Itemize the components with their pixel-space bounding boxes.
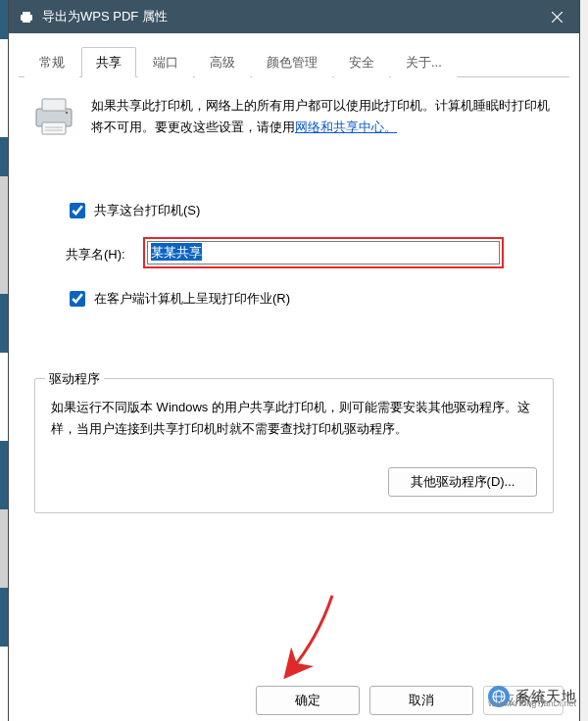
tab-sharing[interactable]: 共享 [81, 47, 136, 77]
close-button[interactable] [534, 0, 579, 33]
tab-about[interactable]: 关于... [391, 47, 457, 77]
tab-ports[interactable]: 端口 [138, 47, 193, 77]
tab-security[interactable]: 安全 [334, 47, 389, 77]
share-name-highlight-box: 某某共享 [143, 237, 504, 268]
watermark: 系统天地 www.XiTongTianDi.net [488, 686, 576, 707]
additional-drivers-button[interactable]: 其他驱动程序(D)... [388, 467, 537, 497]
sharing-description: 如果共享此打印机，网络上的所有用户都可以使用此打印机。计算机睡眠时打印机将不可用… [91, 95, 558, 138]
cancel-button[interactable]: 取消 [369, 686, 473, 715]
render-on-client-checkbox[interactable] [70, 291, 85, 307]
window-title: 导出为WPS PDF 属性 [42, 8, 168, 25]
watermark-url: www.XiTongTianDi.net [488, 698, 576, 708]
svg-rect-1 [23, 12, 30, 16]
svg-rect-2 [23, 19, 30, 23]
tab-advanced[interactable]: 高级 [195, 47, 250, 77]
svg-rect-6 [42, 99, 66, 111]
share-printer-label: 共享这台打印机(S) [94, 202, 200, 219]
ok-button[interactable]: 确定 [256, 686, 360, 715]
tab-strip: 常规 共享 端口 高级 颜色管理 安全 关于... [19, 47, 569, 77]
svg-point-10 [66, 112, 69, 115]
tab-color-management[interactable]: 颜色管理 [252, 47, 332, 77]
svg-rect-7 [42, 122, 66, 134]
annotation-arrow-icon [264, 590, 352, 688]
drivers-legend: 驱动程序 [45, 370, 104, 388]
render-on-client-label: 在客户端计算机上呈现打印作业(R) [94, 290, 290, 308]
share-printer-checkbox[interactable] [70, 203, 85, 218]
network-sharing-center-link[interactable]: 网络和共享中心。 [295, 120, 397, 134]
share-name-input[interactable]: 某某共享 [147, 241, 500, 264]
drivers-groupbox: 驱动程序 如果运行不同版本 Windows 的用户共享此打印机，则可能需要安装其… [34, 378, 554, 513]
printer-large-icon [30, 95, 77, 141]
share-name-label: 共享名(H): [66, 242, 125, 264]
drivers-text: 如果运行不同版本 Windows 的用户共享此打印机，则可能需要安装其他驱动程序… [51, 397, 537, 440]
tab-general[interactable]: 常规 [24, 47, 79, 77]
dialog-window: 导出为WPS PDF 属性 常规 共享 端口 高级 颜色管理 安全 关于... [8, 0, 580, 721]
titlebar[interactable]: 导出为WPS PDF 属性 [9, 0, 579, 33]
printer-small-icon [19, 9, 34, 24]
